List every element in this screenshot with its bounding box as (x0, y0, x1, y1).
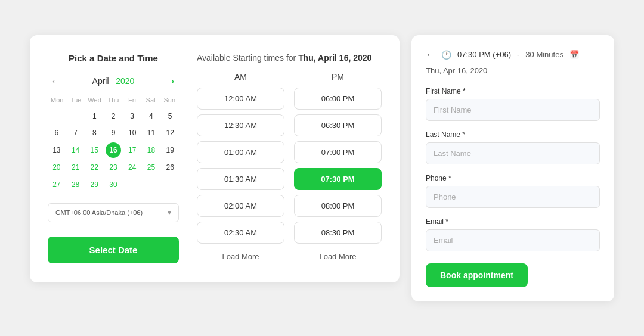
timezone-selector[interactable]: GMT+06:00 Asia/Dhaka (+06) ▾ (48, 203, 179, 222)
am-time-slot[interactable]: 12:30 AM (197, 114, 284, 136)
calendar-day[interactable]: 26 (161, 160, 179, 176)
dash-separator: - (517, 50, 519, 59)
calendar-day (123, 177, 141, 193)
input-email[interactable] (426, 229, 600, 251)
time-columns: AM 12:00 AM12:30 AM01:00 AM01:30 AM02:00… (197, 72, 382, 265)
am-time-slot[interactable]: 02:00 AM (197, 195, 284, 217)
calendar-day[interactable]: 18 (143, 142, 160, 158)
am-time-slot[interactable]: 01:30 AM (197, 168, 284, 190)
select-date-button[interactable]: Select Date (48, 237, 179, 263)
label-first-name: First Name * (426, 87, 600, 95)
next-month-button[interactable]: › (166, 74, 179, 88)
calendar-day[interactable]: 19 (161, 142, 179, 158)
booking-form: First Name *Last Name *Phone *Email * (426, 87, 600, 251)
form-group-first-name: First Name * (426, 87, 600, 121)
am-time-slot[interactable]: 01:00 AM (197, 141, 284, 163)
calendar-day[interactable]: 21 (67, 160, 85, 176)
calendar-day[interactable]: 23 (104, 160, 122, 176)
calendar-day[interactable]: 17 (123, 142, 141, 158)
pm-column: PM 06:00 PM06:30 PM07:00 PM07:30 PM08:00… (294, 72, 382, 265)
calendar-day[interactable]: 11 (143, 125, 160, 141)
calendar-day[interactable]: 5 (161, 108, 179, 125)
pm-time-slot[interactable]: 06:30 PM (294, 114, 382, 136)
right-card: ← 🕐 07:30 PM (+06) - 30 Minutes 📅 Thu, A… (411, 35, 614, 301)
pm-time-slot[interactable]: 07:00 PM (294, 141, 382, 163)
chevron-down-icon: ▾ (168, 209, 171, 217)
am-header: AM (197, 72, 284, 82)
pm-time-slot[interactable]: 08:30 PM (294, 222, 382, 244)
load-more-am-button[interactable]: Load More (197, 248, 284, 265)
calendar-nav: ‹ April 2020 › (48, 74, 179, 88)
calendar-day (143, 177, 160, 193)
booking-header: ← 🕐 07:30 PM (+06) - 30 Minutes 📅 Thu, A… (426, 49, 600, 75)
calendar-day[interactable]: 16 (106, 142, 121, 158)
title-date: Thu, April 16, 2020 (298, 53, 371, 63)
calendar-day[interactable]: 13 (48, 142, 66, 158)
page-wrapper: Pick a Date and Time ‹ April 2020 › MonT… (30, 35, 614, 301)
pm-time-slot[interactable]: 06:00 PM (294, 88, 382, 110)
pm-header: PM (294, 72, 382, 82)
label-email: Email * (426, 217, 600, 226)
label-last-name: Last Name * (426, 130, 600, 139)
calendar-day (67, 108, 85, 125)
calendar-day[interactable]: 12 (161, 125, 179, 141)
back-button[interactable]: ← (426, 49, 435, 60)
pm-time-slot[interactable]: 07:30 PM (294, 168, 382, 190)
calendar-day[interactable]: 22 (85, 160, 103, 176)
am-time-slot[interactable]: 12:00 AM (197, 88, 284, 110)
left-card-inner: Pick a Date and Time ‹ April 2020 › MonT… (48, 53, 382, 265)
day-header: Thu (104, 94, 122, 106)
day-header: Sat (141, 94, 160, 106)
input-last-name[interactable] (426, 142, 600, 164)
time-section: Available Starting times for Thu, April … (197, 53, 382, 265)
load-more-pm-button[interactable]: Load More (294, 248, 382, 265)
calendar-grid: MonTueWedThuFriSatSun 123456789101112131… (48, 94, 179, 193)
calendar-day (161, 177, 179, 193)
calendar-day[interactable]: 29 (85, 177, 103, 193)
calendar-icon: 📅 (569, 50, 579, 59)
am-slots: 12:00 AM12:30 AM01:00 AM01:30 AM02:00 AM… (197, 88, 284, 244)
calendar-day[interactable]: 6 (48, 125, 66, 141)
calendar-day[interactable]: 28 (67, 177, 85, 193)
calendar-day[interactable]: 30 (104, 177, 122, 193)
day-header: Tue (66, 94, 85, 106)
calendar-day[interactable]: 3 (123, 108, 141, 125)
year-label: 2020 (116, 76, 134, 86)
calendar-day[interactable]: 2 (104, 108, 122, 125)
input-phone[interactable] (426, 186, 600, 208)
calendar-day[interactable]: 14 (67, 142, 85, 158)
day-headers: MonTueWedThuFriSatSun (48, 94, 179, 106)
timezone-text: GMT+06:00 Asia/Dhaka (+06) (55, 209, 143, 216)
calendar-day[interactable]: 7 (67, 125, 85, 141)
pm-time-slot[interactable]: 08:00 PM (294, 195, 382, 217)
calendar-day (48, 108, 66, 125)
calendar-day[interactable]: 4 (143, 108, 160, 125)
input-first-name[interactable] (426, 99, 600, 121)
prev-month-button[interactable]: ‹ (48, 74, 60, 88)
calendar-section: Pick a Date and Time ‹ April 2020 › MonT… (48, 53, 179, 265)
left-card: Pick a Date and Time ‹ April 2020 › MonT… (30, 35, 400, 282)
month-label: April (92, 76, 109, 86)
clock-icon: 🕐 (441, 50, 451, 60)
form-group-phone: Phone * (426, 174, 600, 208)
day-header: Mon (48, 94, 66, 106)
booking-date: Thu, Apr 16, 2020 (426, 66, 487, 75)
calendar-day[interactable]: 15 (85, 142, 103, 158)
calendar-day[interactable]: 8 (85, 125, 103, 141)
calendar-day[interactable]: 24 (123, 160, 141, 176)
booking-time: 07:30 PM (+06) (457, 50, 511, 59)
am-time-slot[interactable]: 02:30 AM (197, 222, 284, 244)
calendar-day[interactable]: 1 (85, 108, 103, 125)
time-section-title: Available Starting times for Thu, April … (197, 53, 382, 63)
month-year-display: April 2020 (92, 76, 135, 86)
day-header: Fri (123, 94, 141, 106)
calendar-day[interactable]: 25 (143, 160, 160, 176)
day-header: Sun (160, 94, 179, 106)
calendar-day[interactable]: 10 (123, 125, 141, 141)
calendar-day[interactable]: 20 (48, 160, 66, 176)
calendar-day[interactable]: 9 (104, 125, 122, 141)
calendar-days[interactable]: 1234567891011121314151617181920212223242… (48, 108, 179, 193)
form-group-last-name: Last Name * (426, 130, 600, 164)
calendar-day[interactable]: 27 (48, 177, 66, 193)
book-appointment-button[interactable]: Book appointment (426, 263, 528, 287)
